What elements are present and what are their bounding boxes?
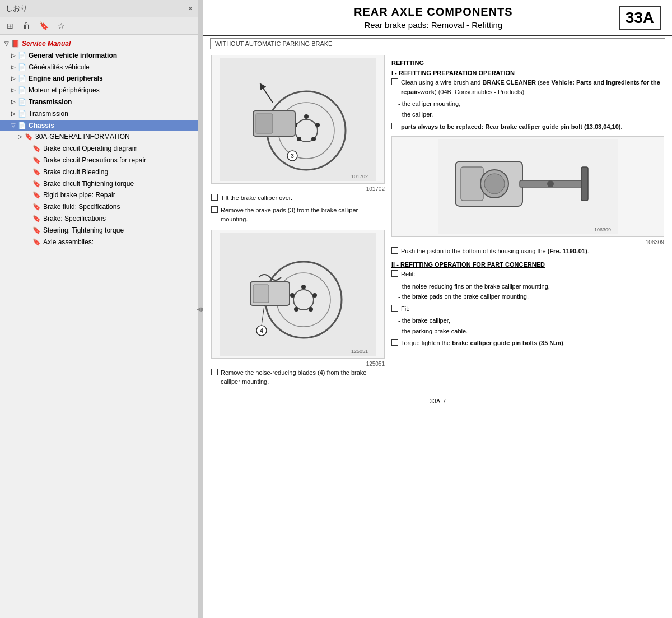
svg-text:3: 3 (291, 153, 294, 159)
bullet-4a: - the noise-reducing fins on the brake c… (398, 282, 664, 291)
tree-item-transmission[interactable]: ▷ 📄 Transmission (0, 96, 198, 108)
tree-container: ▽ 📕 Service Manual ▷ 📄 General vehicle i… (0, 35, 198, 618)
tree-item-generalites[interactable]: ▷ 📄 Généralités véhicule (0, 62, 198, 73)
doc-icon: 📄 (18, 75, 26, 82)
tree-item-engine[interactable]: ▷ 📄 Engine and peripherals (0, 73, 198, 85)
arrow-icon: ▷ (11, 52, 16, 58)
bookmark-icon: 🔖 (32, 238, 41, 246)
svg-rect-25 (253, 285, 269, 303)
grid-button[interactable]: ⊞ (4, 20, 16, 31)
tree-label: Engine and peripherals (29, 74, 103, 83)
section1-title: I - REFITTING PREPARATION OPERATION (391, 69, 664, 76)
tree-item-chassis[interactable]: ▽ 📄 Chassis (0, 120, 198, 132)
img1-caption: 101702 (211, 186, 385, 192)
tree-item-steering-torque[interactable]: 🔖 Steering: Tightening torque (0, 225, 198, 236)
doc-icon: 📄 (18, 122, 26, 129)
tree-item-brake-precautions[interactable]: 🔖 Brake circuit Precautions for repair (0, 155, 198, 166)
svg-rect-0 (220, 58, 376, 181)
doc-icon: 📄 (18, 52, 26, 59)
svg-point-6 (311, 137, 316, 141)
svg-text:106309: 106309 (594, 227, 610, 233)
close-button[interactable]: × (188, 4, 193, 13)
svg-rect-10 (256, 114, 273, 133)
tree-item-transmission-fr[interactable]: ▷ 📄 Transmission (0, 108, 198, 120)
tree-item-brake-fluid[interactable]: 🔖 Brake fluid: Specifications (0, 201, 198, 213)
doc-icon: 📄 (18, 86, 26, 94)
arrow-icon: ▷ (11, 110, 16, 117)
right-cb-1[interactable] (391, 78, 398, 85)
tree-label: Brake circuit Bleeding (43, 168, 108, 177)
tree-label: Généralités véhicule (29, 63, 90, 72)
bullet-5a: - the brake calliper, (398, 316, 664, 326)
right-cb-4[interactable] (391, 270, 398, 277)
right-checkbox-5: Fit: (391, 304, 664, 314)
left-panel: しおり × ⊞ 🗑 🔖 ☆ ▽ 📕 Service Manual ▷ 📄 Gen… (0, 0, 199, 618)
bookmark-icon: 🔖 (25, 133, 33, 141)
delete-button[interactable]: 🗑 (20, 20, 32, 31)
tree-label: Transmission (29, 109, 68, 119)
right-item3: Push the piston to the bottom of its hou… (401, 247, 589, 256)
panel-divider[interactable]: ◀▶ (199, 0, 203, 618)
right-item4: Refit: (401, 269, 416, 279)
bookmark-icon: 🔖 (32, 180, 41, 188)
toolbar: ⊞ 🗑 🔖 ☆ (0, 17, 198, 35)
svg-point-37 (547, 180, 554, 187)
brake-svg-1: 3 101702 (220, 58, 376, 181)
tree-label: 30A-GENERAL INFORMATION (35, 132, 130, 142)
checkbox-item-3: Remove the noise-reducing blades (4) fro… (211, 368, 385, 387)
tree-item-brake-bleeding[interactable]: 🔖 Brake circuit Bleeding (0, 166, 198, 178)
star-button[interactable]: ☆ (55, 20, 67, 31)
checkbox-item-2: Remove the brake pads (3) from the brake… (211, 206, 385, 224)
tree-label: Brake fluid: Specifications (43, 202, 120, 212)
tree-item-brake-op-diag[interactable]: 🔖 Brake circuit Operating diagram (0, 143, 198, 155)
panel-header: しおり × (0, 0, 198, 17)
svg-point-4 (304, 114, 309, 119)
arrow-icon: ▽ (11, 122, 16, 128)
checkbox-1[interactable] (211, 194, 218, 201)
tree-item-30a-general[interactable]: ▷ 🔖 30A-GENERAL INFORMATION (0, 131, 198, 143)
right-checkbox-3: Push the piston to the bottom of its hou… (391, 247, 664, 256)
checkbox-item-1: Tilt the brake calliper over. (211, 193, 385, 203)
checkbox-3[interactable] (211, 369, 218, 375)
brake-svg-2: 4 125051 (220, 233, 376, 356)
right-item6: Torque tighten the brake calliper guide … (401, 338, 565, 348)
img2-text: Remove the noise-reducing blades (4) fro… (221, 368, 385, 387)
tree-item-axle-assemblies[interactable]: 🔖 Axle assemblies: (0, 236, 198, 248)
img1-text2: Remove the brake pads (3) from the brake… (221, 206, 385, 224)
arrow-icon: ▷ (11, 64, 16, 70)
right-checkbox-4: Refit: (391, 269, 664, 279)
tree-item-general-vehicle[interactable]: ▷ 📄 General vehicle information (0, 50, 198, 62)
tree-item-brake-spec[interactable]: 🔖 Brake: Specifications (0, 213, 198, 225)
svg-point-21 (309, 307, 313, 312)
tree-item-service-manual[interactable]: ▽ 📕 Service Manual (0, 38, 198, 50)
page-title-main: REAR AXLE COMPONENTS (248, 6, 619, 18)
tree-item-brake-torque[interactable]: 🔖 Brake circuit Tightening torque (0, 178, 198, 190)
doc-icon: 📄 (18, 63, 26, 71)
right-cb-5[interactable] (391, 305, 398, 312)
right-cb-3[interactable] (391, 247, 398, 254)
right-cb-6[interactable] (391, 339, 398, 346)
tree-item-rigid-brake[interactable]: 🔖 Rigid brake pipe: Repair (0, 189, 198, 201)
arrow-icon: ▷ (11, 75, 16, 81)
svg-point-22 (294, 307, 298, 312)
bookmark-add-button[interactable]: 🔖 (37, 20, 51, 31)
tree-label: Moteur et périphériques (29, 86, 100, 95)
img1-text1: Tilt the brake calliper over. (221, 193, 292, 203)
tree-label: Brake: Specifications (43, 214, 106, 224)
right-checkbox-1: Clean using a wire brush and BRAKE CLEAN… (391, 78, 664, 96)
tree-item-moteur[interactable]: ▷ 📄 Moteur et périphériques (0, 85, 198, 96)
right-item5: Fit: (401, 304, 409, 314)
arrow-icon: ▷ (11, 87, 16, 93)
checkbox-2[interactable] (211, 206, 218, 213)
doc-icon: 📄 (18, 98, 26, 106)
right-cb-2[interactable] (391, 123, 398, 129)
tree-label: Service Manual (22, 39, 71, 49)
chapter-badge: 33A (619, 6, 661, 30)
right-checkbox-2: parts always to be replaced: Rear brake … (391, 122, 664, 132)
svg-rect-36 (581, 167, 588, 201)
right-panel: REAR AXLE COMPONENTS Rear brake pads: Re… (203, 0, 672, 618)
svg-point-20 (312, 293, 317, 298)
bookmark-icon: 🔖 (32, 191, 41, 199)
brake-svg-3: 106309 (438, 139, 618, 234)
tree-label: Axle assemblies: (43, 238, 94, 247)
